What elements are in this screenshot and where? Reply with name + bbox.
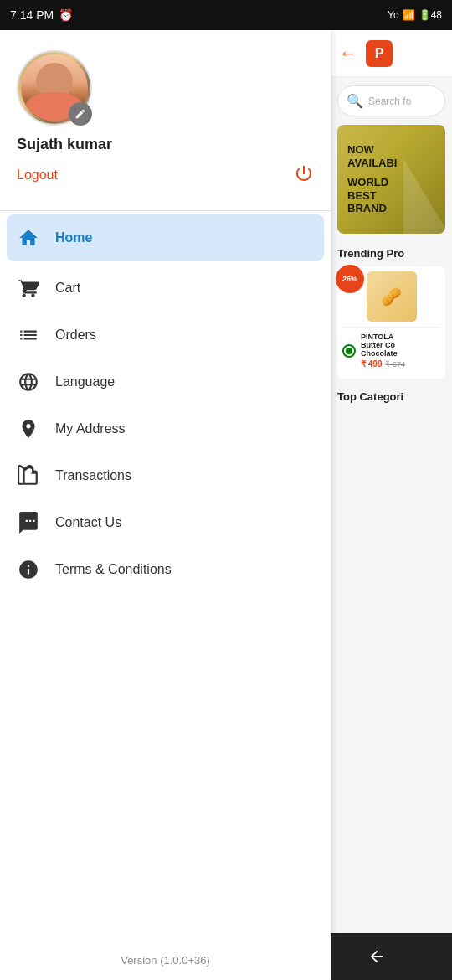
network-label: Yo bbox=[388, 9, 399, 21]
home-label: Home bbox=[55, 230, 92, 245]
promo-banner: NOW AVAILABI WORLD BEST BRAND bbox=[337, 125, 445, 234]
user-name: Sujath kumar bbox=[17, 136, 314, 153]
pencil-icon bbox=[74, 108, 86, 120]
avatar-wrapper bbox=[17, 50, 92, 126]
triangle-icon bbox=[367, 947, 386, 966]
battery-icon: 🔋48 bbox=[419, 9, 442, 21]
edit-avatar-button[interactable] bbox=[69, 102, 92, 126]
top-categories-title: Top Categori bbox=[331, 387, 452, 406]
transactions-icon bbox=[17, 464, 40, 487]
language-icon bbox=[17, 370, 40, 394]
price-old: ₹ 674 bbox=[385, 360, 405, 369]
veg-indicator bbox=[342, 344, 356, 358]
sidebar-item-orders[interactable]: Orders bbox=[0, 312, 331, 358]
status-left: 7:14 PM ⏰ bbox=[10, 8, 73, 22]
sidebar-item-home[interactable]: Home bbox=[7, 214, 324, 261]
search-bar[interactable]: 🔍 Search fo bbox=[337, 85, 445, 116]
cart-label: Cart bbox=[55, 281, 80, 296]
discount-badge: 26% bbox=[336, 265, 364, 293]
product-image: 🥜 bbox=[367, 271, 417, 322]
sidebar-item-transactions[interactable]: Transactions bbox=[0, 452, 331, 499]
power-icon[interactable] bbox=[294, 163, 314, 187]
info-icon bbox=[17, 558, 40, 581]
sidebar-item-my-address[interactable]: My Address bbox=[0, 405, 331, 452]
app-logo: P bbox=[366, 40, 393, 67]
logout-row: Logout bbox=[17, 163, 314, 197]
version-text: Version (1.0.0+36) bbox=[0, 941, 331, 980]
cart-icon bbox=[17, 276, 40, 300]
sidebar-item-contact-us[interactable]: Contact Us bbox=[0, 499, 331, 546]
time: 7:14 PM bbox=[10, 8, 54, 22]
main-container: Sujath kumar Logout Home bbox=[0, 30, 452, 980]
back-button[interactable]: ← bbox=[339, 43, 357, 64]
veg-dot bbox=[346, 348, 352, 354]
trending-section: Trending Pro 26% 🥜 PINTOLA Butter Co Cho… bbox=[331, 240, 452, 387]
contact-us-label: Contact Us bbox=[55, 515, 121, 530]
signal-bars: 📶 bbox=[403, 9, 415, 21]
price-new: ₹ 499 bbox=[361, 359, 382, 369]
right-header: ← P bbox=[331, 30, 452, 77]
status-right: Yo Yo 📶 🔋48 bbox=[388, 9, 442, 21]
orders-label: Orders bbox=[55, 328, 96, 343]
contact-icon bbox=[17, 511, 40, 534]
product-info: PINTOLA Butter Co Chocolate ₹ 499 ₹ 674 bbox=[361, 333, 440, 369]
alarm-icon: ⏰ bbox=[59, 8, 73, 22]
sidebar-item-language[interactable]: Language bbox=[0, 358, 331, 405]
banner-decoration bbox=[403, 158, 445, 234]
sidebar: Sujath kumar Logout Home bbox=[0, 30, 331, 980]
status-bar: 7:14 PM ⏰ Yo Yo 📶 🔋48 bbox=[0, 0, 452, 30]
banner-line1: NOW bbox=[347, 143, 435, 157]
nav-list: Home Cart Orders bbox=[0, 211, 331, 941]
sidebar-item-cart[interactable]: Cart bbox=[0, 265, 331, 312]
terms-label: Terms & Conditions bbox=[55, 562, 172, 577]
sidebar-item-terms[interactable]: Terms & Conditions bbox=[0, 546, 331, 593]
nav-back-button[interactable] bbox=[356, 940, 398, 973]
right-pane: ← P 🔍 Search fo NOW AVAILABI WORLD BEST … bbox=[331, 30, 452, 980]
orders-icon bbox=[17, 323, 40, 347]
search-placeholder: Search fo bbox=[368, 95, 411, 107]
home-icon bbox=[17, 226, 40, 250]
logout-button[interactable]: Logout bbox=[17, 168, 58, 183]
location-icon bbox=[17, 417, 40, 441]
power-svg bbox=[294, 163, 314, 183]
price-row: ₹ 499 ₹ 674 bbox=[361, 359, 440, 369]
trending-title: Trending Pro bbox=[337, 247, 445, 260]
profile-section: Sujath kumar Logout bbox=[0, 30, 331, 210]
search-icon: 🔍 bbox=[347, 93, 363, 109]
product-card[interactable]: 26% 🥜 PINTOLA Butter Co Chocolate ₹ 499 … bbox=[337, 266, 445, 379]
product-desc: Butter Co bbox=[361, 341, 440, 349]
product-name: PINTOLA bbox=[361, 333, 440, 341]
language-label: Language bbox=[55, 374, 115, 389]
product-subdesc: Chocolate bbox=[361, 349, 440, 358]
transactions-label: Transactions bbox=[55, 468, 131, 483]
my-address-label: My Address bbox=[55, 421, 126, 436]
product-row: PINTOLA Butter Co Chocolate ₹ 499 ₹ 674 bbox=[342, 327, 440, 374]
